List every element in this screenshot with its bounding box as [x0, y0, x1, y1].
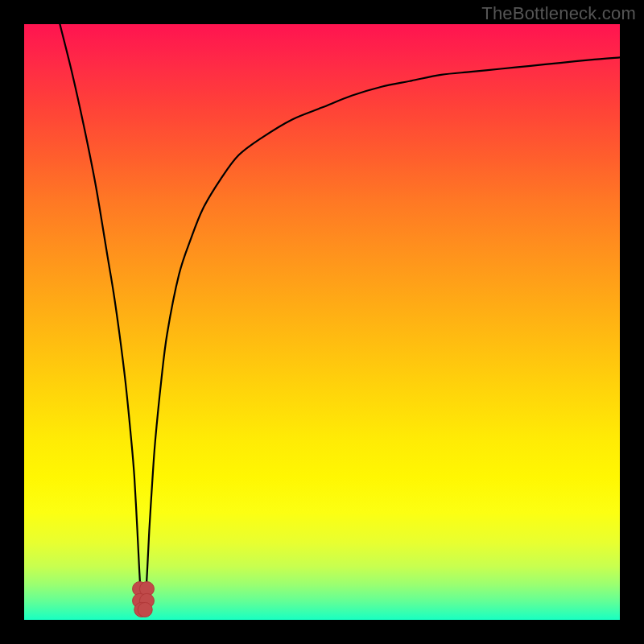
watermark-text: TheBottleneck.com — [481, 3, 636, 24]
heat-gradient-background — [24, 24, 620, 620]
plot-area — [24, 24, 620, 620]
chart-frame: TheBottleneck.com — [0, 0, 644, 644]
